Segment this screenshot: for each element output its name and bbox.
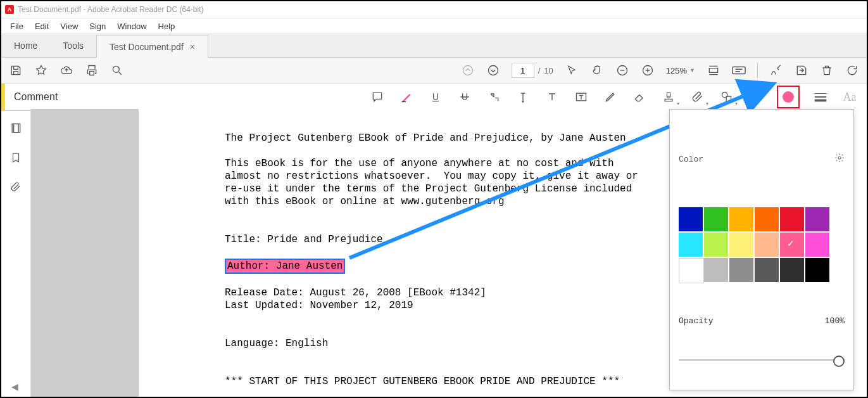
menubar: File Edit View Sign Window Help [1,18,867,34]
zoom-out-icon[interactable] [615,63,629,77]
color-panel-title: Color [679,155,703,165]
side-toolbar: ◀ [1,109,31,397]
divider [757,63,758,78]
page-total: 10 [544,66,553,75]
color-swatch[interactable] [755,233,779,257]
color-swatch[interactable] [780,258,804,282]
page-up-icon [461,63,475,77]
menu-window[interactable]: Window [112,20,151,32]
read-mode-icon[interactable] [732,63,746,77]
sign-icon[interactable] [769,63,783,77]
print-icon[interactable] [85,63,99,77]
chevron-down-icon: ▼ [689,67,695,74]
svg-rect-8 [726,96,731,101]
color-picker-button[interactable] [777,86,800,108]
attachment-icon[interactable]: ▾ [689,89,706,105]
replace-text-icon[interactable] [486,89,502,105]
zoom-dropdown[interactable]: 125% ▼ [666,66,695,75]
color-swatch[interactable] [729,207,753,231]
menu-view[interactable]: View [55,20,83,32]
star-icon[interactable] [34,63,48,77]
app-icon: A [5,5,14,14]
color-swatch[interactable] [679,258,704,283]
document-page[interactable]: The Project Gutenberg EBook of Pride and… [139,109,867,397]
page-indicator: / 10 [512,63,553,78]
color-swatches [679,207,845,282]
color-swatch[interactable] [729,233,753,257]
sticky-note-icon[interactable] [369,89,386,105]
menu-sign[interactable]: Sign [84,20,111,32]
menu-edit[interactable]: Edit [30,20,54,32]
bookmark-icon[interactable] [9,151,23,165]
gear-icon[interactable] [805,143,845,177]
tab-home[interactable]: Home [1,34,50,57]
pointer-icon[interactable] [565,63,579,77]
thumbnails-icon[interactable] [9,122,23,136]
strikethrough-icon[interactable] [456,89,473,105]
color-swatch[interactable] [780,233,804,257]
svg-rect-9 [12,124,18,132]
svg-point-11 [838,157,841,159]
workarea: ◀ The Project Gutenberg EBook of Pride a… [1,109,867,397]
current-color-dot [783,91,794,103]
svg-point-2 [488,66,498,75]
opacity-slider[interactable] [679,354,845,366]
opacity-label: Opacity [679,316,714,326]
svg-point-0 [113,66,119,72]
pin-icon[interactable] [748,89,764,105]
tab-document[interactable]: Test Document.pdf × [96,35,208,58]
svg-point-1 [463,66,472,75]
close-icon[interactable]: × [190,42,195,52]
stamp-icon[interactable]: ▾ [660,89,677,105]
color-swatch[interactable] [805,207,829,231]
color-swatch[interactable] [805,233,829,257]
color-swatch[interactable] [780,207,804,231]
color-swatch[interactable] [679,233,703,257]
page-gutter [31,109,139,397]
color-swatch[interactable] [755,207,779,231]
search-icon[interactable] [110,63,124,77]
delete-icon[interactable] [820,63,834,77]
underline-icon[interactable] [427,89,444,105]
eraser-icon[interactable] [631,89,648,105]
opacity-value: 100% [825,316,845,326]
line-weight-icon[interactable] [812,89,829,105]
tab-document-label: Test Document.pdf [110,42,184,52]
color-swatch[interactable] [704,258,728,282]
menu-file[interactable]: File [5,20,28,32]
collapse-icon[interactable]: ◀ [11,382,18,392]
insert-text-icon[interactable] [515,89,531,105]
attachments-panel-icon[interactable] [9,180,23,194]
color-swatch[interactable] [679,207,703,231]
titlebar: A Test Document.pdf - Adobe Acrobat Read… [1,1,867,18]
rotate-icon[interactable] [845,63,859,77]
share-icon[interactable] [795,63,808,77]
page-number-input[interactable] [512,63,534,78]
shapes-icon[interactable]: ▾ [719,89,735,105]
highlight-icon[interactable] [398,89,415,105]
zoom-value: 125% [666,66,687,75]
toolbar-accent [1,84,5,110]
fit-width-icon[interactable] [707,63,720,77]
text-format-icon[interactable]: Aa [841,89,858,105]
tab-tools[interactable]: Tools [50,34,96,57]
color-swatch[interactable] [805,258,829,282]
hand-icon[interactable] [590,63,604,77]
page-down-icon[interactable] [486,63,500,77]
color-swatch[interactable] [704,207,728,231]
window-title: Test Document.pdf - Adobe Acrobat Reader… [18,5,203,14]
cloud-upload-icon[interactable] [60,63,73,77]
main-toolbar: / 10 125% ▼ [1,58,867,84]
add-text-icon[interactable] [544,89,560,105]
zoom-in-icon[interactable] [641,63,655,77]
save-icon[interactable] [9,63,23,77]
menu-help[interactable]: Help [153,20,180,32]
color-swatch[interactable] [729,258,753,282]
color-swatch[interactable] [704,233,728,257]
color-swatch[interactable] [755,258,779,282]
textbox-icon[interactable] [573,89,589,105]
pencil-icon[interactable] [602,89,619,105]
svg-rect-10 [14,124,20,132]
color-panel: Color Opacity 100% [669,109,854,390]
highlighted-text[interactable]: Author: Jane Austen [225,259,345,274]
